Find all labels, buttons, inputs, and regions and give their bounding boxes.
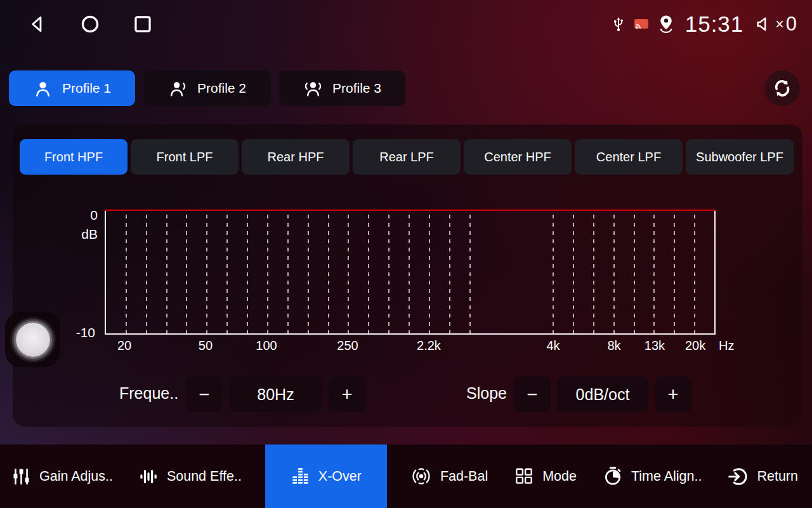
gain-sliders-icon — [11, 467, 31, 486]
sound-waveform-icon — [139, 467, 159, 486]
frequency-gridline — [613, 215, 615, 333]
usb-icon — [610, 14, 627, 34]
slope-plus-button[interactable]: + — [655, 377, 691, 412]
nav-item-mode[interactable]: Mode — [511, 444, 579, 508]
frequency-gridline — [267, 215, 268, 333]
head-unit-screen: 15:31 × 0 Profile 1Profile 2Profile 3 — [0, 0, 812, 508]
knob-circle-icon — [16, 323, 50, 357]
clock: 15:31 — [685, 11, 744, 37]
y-axis-max-label: 0 — [66, 208, 98, 223]
filter-tab-label: Rear HPF — [268, 150, 324, 164]
y-axis-unit-label: dB — [66, 227, 98, 242]
volume-level: 0 — [786, 13, 797, 36]
nav-item-label: Gain Adjus.. — [39, 469, 113, 485]
profile-tab-label: Profile 1 — [62, 81, 111, 96]
cast-icon — [632, 16, 650, 32]
nav-item-fad-bal[interactable]: Fad-Bal — [408, 444, 490, 508]
frequency-gridline — [694, 215, 695, 333]
frequency-gridline — [674, 215, 675, 333]
profile-tab-1[interactable]: Profile 1 — [9, 70, 135, 106]
back-icon[interactable] — [27, 13, 48, 35]
slope-minus-button[interactable]: − — [514, 377, 551, 412]
frequency-gridline — [186, 215, 187, 333]
nav-item-sound-effe[interactable]: Sound Effe.. — [136, 444, 244, 508]
nav-item-x-over[interactable]: X-Over — [265, 444, 387, 508]
filter-tab-label: Subwoofer LPF — [696, 150, 783, 164]
equalizer-bars-icon — [291, 467, 310, 486]
profile-tab-2[interactable]: Profile 2 — [144, 70, 270, 106]
filter-tab-label: Center LPF — [596, 150, 661, 164]
bottom-nav-bar: Gain Adjus..Sound Effe..X-OverFad-BalMod… — [0, 444, 812, 508]
profile-user-arcs-icon — [303, 79, 323, 98]
frequency-gridline — [328, 215, 329, 333]
x-axis-tick: 100 — [256, 338, 277, 353]
x-axis-tick: 20k — [685, 338, 705, 353]
refresh-button[interactable] — [764, 70, 800, 106]
fader-balance-icon — [410, 465, 432, 487]
filter-tab-rear-lpf[interactable]: Rear LPF — [353, 139, 461, 175]
frequency-value: 80Hz — [229, 377, 322, 412]
frequency-gridline — [593, 215, 594, 333]
frequency-response-plot[interactable] — [105, 210, 716, 335]
slope-label: Slope — [466, 384, 507, 403]
x-axis-unit-label: Hz — [719, 338, 734, 353]
volume-mute-x: × — [775, 16, 783, 33]
profile-tab-3[interactable]: Profile 3 — [279, 70, 405, 106]
filter-tab-rear-hpf[interactable]: Rear HPF — [242, 139, 350, 175]
frequency-label: Freque.. — [119, 384, 178, 403]
status-bar: 15:31 × 0 — [0, 0, 812, 48]
home-icon[interactable] — [79, 13, 101, 35]
x-axis-tick: 20 — [117, 338, 131, 353]
floating-assist-button[interactable] — [5, 312, 60, 367]
nav-item-return[interactable]: Return — [725, 444, 801, 508]
frequency-gridline — [573, 215, 574, 333]
response-curve-0db — [105, 210, 716, 211]
frequency-gridline — [206, 215, 207, 333]
frequency-gridline — [449, 215, 450, 333]
frequency-gridline — [308, 215, 309, 333]
nav-item-label: Sound Effe.. — [167, 469, 242, 485]
status-indicators: 15:31 × 0 — [605, 11, 797, 37]
nav-item-label: Fad-Bal — [440, 469, 488, 485]
x-axis-tick: 4k — [546, 338, 560, 353]
frequency-gridline — [653, 215, 655, 333]
x-axis-tick: 50 — [199, 338, 213, 353]
frequency-gridline — [368, 215, 369, 333]
frequency-gridline — [409, 215, 410, 333]
filter-tab-center-lpf[interactable]: Center LPF — [575, 139, 683, 175]
profile-tab-label: Profile 3 — [332, 81, 381, 96]
x-axis-ticks: 20501002502.2k4k8k13k20k — [105, 338, 716, 356]
frequency-plus-button[interactable]: + — [329, 377, 365, 412]
profile-tab-label: Profile 2 — [197, 81, 246, 96]
slope-value: 0dB/oct — [557, 377, 648, 412]
filter-tab-front-lpf[interactable]: Front LPF — [131, 139, 239, 175]
y-axis-min-label: -10 — [63, 325, 95, 340]
x-axis-tick: 8k — [607, 338, 620, 353]
filter-tab-front-hpf[interactable]: Front HPF — [20, 139, 128, 175]
frequency-gridline — [429, 215, 430, 333]
frequency-gridline — [166, 215, 167, 333]
nav-item-label: Time Align.. — [631, 469, 702, 485]
frequency-gridline — [388, 215, 390, 333]
filter-tab-center-hpf[interactable]: Center HPF — [464, 139, 572, 175]
nav-item-label: Mode — [542, 469, 577, 485]
frequency-minus-button[interactable]: − — [186, 377, 223, 412]
profiles-row: Profile 1Profile 2Profile 3 — [9, 70, 800, 106]
speaker-muted-icon — [754, 15, 773, 34]
nav-item-gain-adjus[interactable]: Gain Adjus.. — [9, 444, 115, 508]
nav-item-time-align[interactable]: Time Align.. — [600, 444, 705, 508]
frequency-gridline — [247, 215, 248, 333]
filter-tab-label: Front LPF — [157, 150, 213, 164]
nav-item-label: X-Over — [318, 469, 362, 485]
frequency-gridline — [553, 215, 554, 333]
refresh-icon — [771, 77, 793, 99]
filter-tab-label: Center HPF — [484, 150, 551, 164]
frequency-gridline — [634, 215, 635, 333]
filter-tab-subwoofer-lpf[interactable]: Subwoofer LPF — [686, 139, 794, 175]
frequency-gridline — [287, 215, 289, 333]
frequency-gridline — [126, 215, 127, 333]
nav-item-label: Return — [757, 469, 798, 485]
recents-icon[interactable] — [132, 13, 154, 35]
frequency-gridline — [226, 215, 228, 333]
filter-tab-label: Front HPF — [44, 150, 103, 164]
